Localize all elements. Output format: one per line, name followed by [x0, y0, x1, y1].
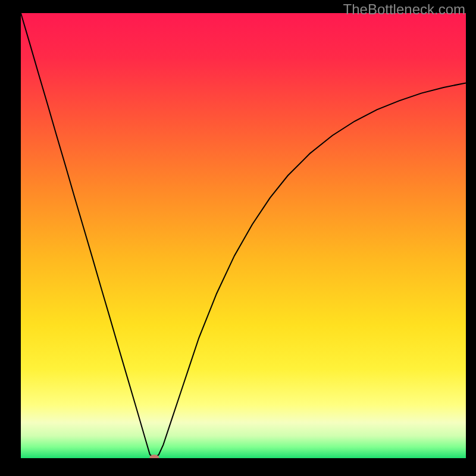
bottleneck-chart	[21, 13, 466, 458]
chart-background-gradient	[21, 13, 466, 458]
chart-container: { "watermark": "TheBottleneck.com", "col…	[0, 0, 476, 476]
watermark-text: TheBottleneck.com	[343, 1, 465, 18]
